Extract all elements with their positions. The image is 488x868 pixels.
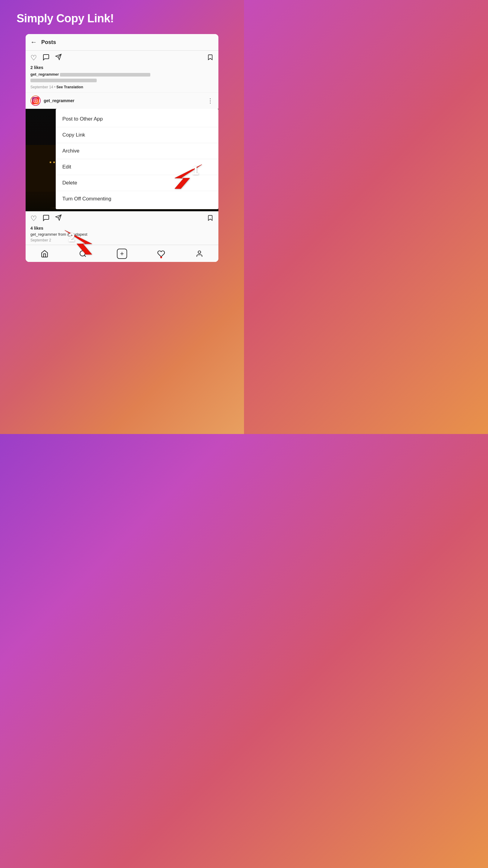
context-menu: Post to Other App Copy Link Archive Edit…	[56, 109, 218, 209]
post-actions-row: ♡	[26, 51, 218, 64]
see-translation-link[interactable]: See Translation	[56, 85, 83, 89]
header-title: Simply Copy Link!	[0, 0, 244, 34]
ig-top-section: ← Posts ♡ 2 likes get_regrammer	[26, 34, 218, 109]
back-button[interactable]: ←	[30, 38, 37, 46]
bookmark-icon[interactable]	[207, 54, 214, 62]
bottom-post-actions: ♡	[26, 211, 218, 225]
nav-title: Posts	[41, 39, 56, 45]
comment-icon[interactable]	[42, 54, 50, 63]
send-icon[interactable]	[55, 54, 62, 63]
three-dots-button[interactable]: ⋮	[207, 97, 214, 104]
nav-add-icon[interactable]: +	[117, 249, 127, 259]
bottom-nav: +	[26, 245, 218, 262]
bottom-post-date: September 2	[26, 238, 218, 245]
context-menu-item-archive[interactable]: Archive	[56, 143, 218, 159]
action-icons-left: ♡	[30, 54, 62, 63]
bottom-send-icon[interactable]	[55, 214, 62, 223]
bottom-likes-count: 4 likes	[26, 225, 218, 231]
svg-rect-2	[34, 99, 37, 103]
likes-count: 2 likes	[26, 64, 218, 71]
bottom-action-icons-left: ♡	[30, 214, 62, 223]
phone-container: ← Posts ♡ 2 likes get_regrammer	[26, 34, 218, 262]
bottom-post-section: ♡ 4 likes get_regrammer from @budapest S…	[26, 211, 218, 262]
post-date: September 14 • See Translation	[26, 84, 218, 92]
bottom-comment-icon[interactable]	[42, 214, 50, 223]
svg-text:2: 2	[68, 231, 75, 244]
arrow-1: 1	[163, 163, 202, 190]
post-user-row: get_regrammer ⋮	[26, 92, 218, 109]
context-menu-item-commenting[interactable]: Turn Off Commenting	[56, 191, 218, 207]
svg-text:1: 1	[192, 164, 198, 177]
arrow-2: 2	[65, 229, 104, 256]
svg-point-12	[198, 251, 201, 254]
bottom-heart-icon[interactable]: ♡	[30, 214, 37, 223]
post-image-container: Post to Other App Copy Link Archive Edit…	[26, 109, 218, 211]
user-avatar	[30, 96, 41, 106]
post-username: get_regrammer	[44, 98, 207, 103]
heart-icon[interactable]: ♡	[30, 54, 37, 63]
nav-heart-icon[interactable]	[157, 250, 165, 258]
ig-navigation: ← Posts	[26, 34, 218, 51]
context-menu-item-copy[interactable]: Copy Link	[56, 127, 218, 143]
nav-home-icon[interactable]	[41, 250, 48, 258]
nav-profile-icon[interactable]	[195, 250, 203, 258]
context-menu-item-post[interactable]: Post to Other App	[56, 111, 218, 127]
bottom-bookmark-icon[interactable]	[207, 215, 214, 223]
post-caption: get_regrammer	[26, 71, 218, 84]
bottom-post-caption: get_regrammer from @budapest	[26, 231, 218, 238]
